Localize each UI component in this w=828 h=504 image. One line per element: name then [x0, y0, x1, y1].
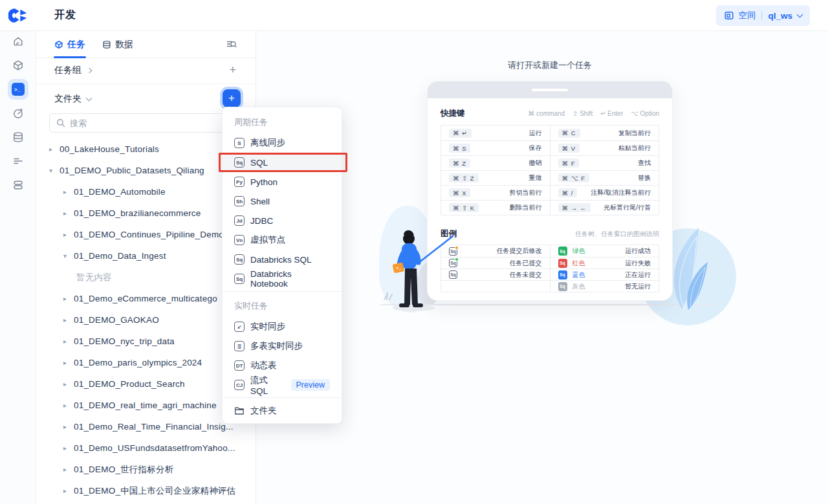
key-chip: ⌘ S [449, 144, 470, 153]
key-chip: ⌘ ⇧ K [449, 203, 479, 212]
shortcut-row: ⌘ ↵运行 ⌘ C复制当前行 [441, 126, 659, 140]
search-icon [56, 118, 65, 127]
legend-caption: 任务树、任务窗口的图例说明 [575, 230, 659, 239]
key-chip: ⌘ / [558, 188, 578, 197]
menu-item-sql[interactable]: SqSQL [223, 153, 342, 172]
menu-item-python[interactable]: PyPython [223, 172, 342, 192]
caret-icon: ▾ [63, 252, 74, 259]
list-lines-icon [12, 155, 24, 167]
cube-icon [54, 40, 63, 49]
multitable-icon: ≣ [234, 341, 245, 351]
folder-toggle[interactable]: 文件夹 [54, 93, 91, 105]
database-icon [102, 40, 111, 49]
menu-item-databricks-sql[interactable]: SqDatabricks SQL [223, 250, 342, 269]
database-icon [12, 131, 24, 143]
menu-item-realtime-sync[interactable]: ↙实时同步 [223, 317, 342, 336]
rail-data-button[interactable] [8, 127, 28, 148]
search-input[interactable] [70, 118, 239, 128]
space-icon [724, 10, 734, 21]
card-top-bar [428, 82, 672, 98]
tree-item[interactable]: ▸01_DEMO_世行指标分析 [36, 459, 256, 480]
key-chip: ⌘ → ← [558, 203, 591, 212]
app-logo[interactable] [8, 7, 28, 24]
workspace-switcher[interactable]: 空间 ql_ws [716, 5, 810, 26]
sql-icon: Sq [234, 254, 245, 265]
caret-icon: ▸ [63, 338, 74, 345]
key-chip: ⌘ ↵ [449, 129, 472, 138]
terminal-icon: >_ [12, 83, 25, 96]
tree-item[interactable]: ▸01_Demo_USFundsdatasetfromYahoo... [36, 437, 256, 459]
caret-icon: ▸ [63, 210, 74, 217]
caret-icon: ▸ [49, 146, 60, 153]
blue-sq-badge: Sq [558, 270, 567, 279]
menu-item-multitable-realtime-sync[interactable]: ≣多表实时同步 [223, 336, 342, 356]
task-group-row: 任务组 + [36, 58, 256, 84]
home-icon [12, 36, 24, 47]
filter-search-button[interactable] [226, 39, 237, 52]
top-header: 开发 空间 ql_ws [0, 0, 828, 31]
caret-icon: ▸ [63, 487, 74, 494]
tab-data[interactable]: 数据 [102, 31, 133, 58]
menu-item-folder[interactable]: 文件夹 [223, 401, 342, 421]
rail-operations-button[interactable] [8, 103, 28, 124]
gauge-icon [12, 107, 24, 119]
menu-item-virtual-node[interactable]: Vn虚拟节点 [223, 230, 342, 250]
gray-sq-badge: Sq [558, 282, 567, 291]
menu-item-jdbc[interactable]: JdJDBC [223, 211, 342, 230]
key-chip: ⌘ ⌥ F [558, 173, 590, 182]
caret-icon: ▸ [63, 402, 74, 409]
explorer-tabs: 任务 数据 [36, 31, 256, 58]
rail-schedule-button[interactable] [8, 151, 28, 171]
rail-compute-button[interactable] [8, 175, 28, 195]
filter-search-icon [226, 39, 237, 50]
rail-development-button[interactable]: >_ [8, 79, 28, 100]
caret-icon: ▸ [63, 444, 74, 452]
rail-resources-button[interactable] [8, 55, 28, 76]
key-chip: ⌘ X [449, 188, 470, 197]
divider [761, 11, 762, 20]
realtime-sync-icon: ↙ [234, 322, 245, 332]
menu-item-databricks-notebook[interactable]: SqDatabricks Notebook [223, 269, 342, 289]
shortcuts-table: ⌘ ↵运行 ⌘ C复制当前行 ⌘ S保存 ⌘ V粘贴当前行 ⌘ Z撤销 ⌘ F查… [441, 125, 659, 215]
caret-icon: ▸ [63, 231, 74, 238]
menu-section-header: 周期任务 [223, 111, 342, 133]
create-task-menu: 周期任务 S离线同步 SqSQL PyPython ShShell JdJDBC… [222, 107, 342, 424]
virtual-node-icon: Vn [234, 235, 245, 245]
key-chip: ⌘ ⇧ Z [449, 173, 479, 182]
menu-item-streaming-sql[interactable]: CJ流式SQLPreview [223, 375, 342, 395]
add-task-group-button[interactable]: + [229, 63, 236, 77]
legend-row: Sq灰色暂无运行 [441, 280, 659, 292]
page-title: 开发 [54, 8, 76, 22]
empty-state-title: 请打开或新建一个任务 [427, 60, 673, 71]
add-task-button[interactable]: + [223, 89, 241, 107]
shortcut-row: ⌘ Z撤销 ⌘ F查找 [441, 155, 659, 170]
dynamic-table-icon: DT [234, 360, 245, 371]
chevron-down-icon [797, 11, 803, 17]
shortcuts-title: 快捷键 [441, 108, 465, 119]
shortcut-row: ⌘ S保存 ⌘ V粘贴当前行 [441, 140, 659, 155]
jdbc-icon: Jd [234, 215, 245, 226]
chevron-down-icon [86, 94, 93, 101]
legend-row: Sq任务提交后修改 Sq绿色运行成功 [441, 245, 659, 257]
tab-tasks[interactable]: 任务 [54, 31, 85, 58]
task-group-toggle[interactable]: 任务组 [54, 65, 91, 76]
menu-item-offline-sync[interactable]: S离线同步 [223, 133, 342, 153]
app-window: 请打开或新建一个任务 快捷键 ⌘ command ⇧ Shift ↵ Enter… [0, 0, 828, 504]
key-chip: ⌘ Z [449, 159, 470, 168]
server-icon [12, 179, 24, 191]
shell-icon: Sh [234, 196, 245, 206]
legend-table: Sq任务提交后修改 Sq绿色运行成功 Sq任务已提交 Sq红色运行失败 Sq任务… [441, 245, 659, 292]
menu-item-shell[interactable]: ShShell [223, 192, 342, 211]
cube-icon [12, 60, 24, 71]
menu-section-header: 实时任务 [223, 295, 342, 317]
menu-item-dynamic-table[interactable]: DT动态表 [223, 356, 342, 375]
card-handle [532, 89, 568, 91]
caret-icon: ▸ [63, 188, 74, 195]
folder-icon [234, 406, 245, 416]
shortcut-row: ⌘ ⇧ K删除当前行 ⌘ → ←光标置行尾/行首 [441, 200, 659, 215]
tree-item[interactable]: ▸01_DEMO_中国上市公司企业家精神评估 [36, 480, 256, 501]
space-label: 空间 [738, 10, 756, 21]
streaming-sql-icon: CJ [234, 380, 245, 390]
menu-divider [223, 397, 342, 398]
rail-home-button[interactable] [8, 31, 28, 52]
